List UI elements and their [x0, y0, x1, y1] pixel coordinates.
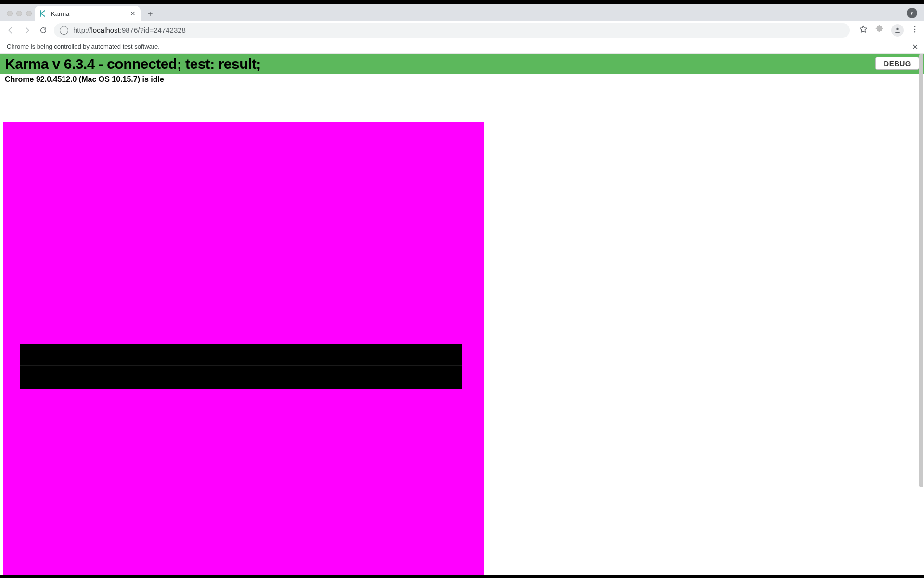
reload-button[interactable]: [38, 25, 49, 36]
browser-status-line: Chrome 92.0.4512.0 (Mac OS 10.15.7) is i…: [0, 74, 924, 86]
svg-point-1: [914, 26, 916, 27]
window-traffic-lights: [5, 11, 35, 21]
url-text: http://localhost:9876/?id=24742328: [73, 26, 186, 34]
url-scheme: http://: [73, 26, 91, 34]
url-host: localhost: [91, 26, 120, 34]
debug-button[interactable]: DEBUG: [875, 57, 919, 70]
karma-banner: Karma v 6.3.4 - connected; test: result;…: [0, 54, 924, 74]
svg-point-2: [914, 28, 916, 30]
kebab-menu-icon[interactable]: [911, 25, 919, 36]
bookmark-star-icon[interactable]: [859, 25, 868, 36]
profile-avatar-icon[interactable]: [891, 24, 904, 37]
forward-button[interactable]: [21, 25, 33, 36]
browser-toolbar: i http://localhost:9876/?id=24742328: [0, 21, 924, 39]
extensions-icon[interactable]: [875, 25, 885, 36]
window-close-icon[interactable]: [7, 11, 13, 16]
new-tab-button[interactable]: ＋: [143, 7, 157, 20]
automation-infobar: Chrome is being controlled by automated …: [0, 39, 924, 54]
black-test-bar: [20, 344, 462, 389]
svg-point-3: [914, 31, 916, 32]
test-render-area: [0, 86, 924, 578]
browser-tabstrip: Karma ✕ ＋: [0, 4, 924, 21]
menubar-strip: [0, 0, 924, 4]
tabstrip-dropdown-icon[interactable]: [907, 8, 917, 18]
toolbar-right: [859, 24, 919, 37]
url-path: :9876/?id=24742328: [120, 26, 186, 34]
bottom-strip: [0, 575, 924, 578]
window-zoom-icon[interactable]: [26, 11, 32, 16]
window-minimize-icon[interactable]: [16, 11, 22, 16]
tab-close-icon[interactable]: ✕: [130, 10, 136, 17]
karma-favicon-icon: [39, 10, 47, 17]
karma-title: Karma v 6.3.4 - connected; test: result;: [5, 56, 261, 72]
tab-title: Karma: [51, 10, 69, 17]
page-content: Karma v 6.3.4 - connected; test: result;…: [0, 54, 924, 578]
scrollbar-thumb[interactable]: [919, 54, 923, 487]
address-bar[interactable]: i http://localhost:9876/?id=24742328: [54, 23, 850, 38]
infobar-close-icon[interactable]: ✕: [912, 42, 918, 52]
browser-tab[interactable]: Karma ✕: [35, 6, 141, 21]
site-info-icon[interactable]: i: [60, 26, 68, 35]
infobar-text: Chrome is being controlled by automated …: [7, 43, 160, 50]
back-button[interactable]: [5, 25, 16, 36]
svg-point-0: [896, 27, 898, 30]
page-scrollbar[interactable]: [919, 54, 923, 578]
